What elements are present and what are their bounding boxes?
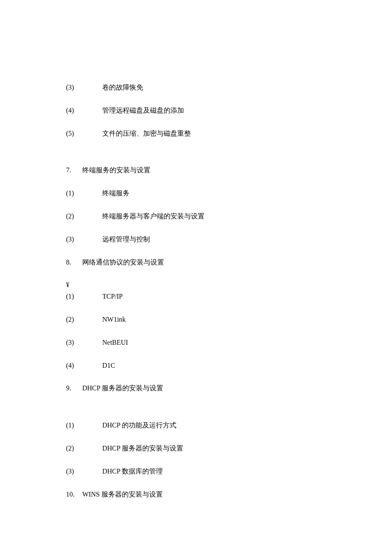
sub-item: (2)终端服务器与客户端的安装与设置 [66, 212, 341, 221]
sub-item: (3)远程管理与控制 [66, 235, 341, 244]
sub-item-text: DHCP 数据库的管理 [102, 467, 341, 476]
heading-text: WINS 服务器的安装与设置 [82, 490, 341, 499]
sub-item-number: (3) [66, 338, 102, 347]
heading-text: DHCP 服务器的安装与设置 [82, 384, 341, 393]
sub-item-text: NW1ink [102, 315, 341, 324]
heading-number: 8. [66, 258, 82, 267]
heading-number: 7. [66, 166, 82, 175]
sub-item-number: (2) [66, 212, 102, 221]
sub-item-text: 远程管理与控制 [102, 235, 341, 244]
heading-number: 9. [66, 384, 82, 393]
sub-item-text: 管理远程磁盘及磁盘的添加 [102, 106, 341, 115]
sub-item: (4)D1C [66, 361, 341, 370]
sub-item: (3)NetBEUI [66, 338, 341, 347]
document-page: (3)卷的故障恢免(4)管理远程磁盘及磁盘的添加(5)文件的压缩、加密与磁盘重整… [0, 0, 392, 499]
sub-item: (5)文件的压缩、加密与磁盘重整 [66, 129, 341, 138]
sub-item-number: (4) [66, 106, 102, 115]
sub-item: (1)DHCP 的功能及运行方式 [66, 421, 341, 430]
sub-item-number: (5) [66, 129, 102, 138]
sub-item-text: 文件的压缩、加密与磁盘重整 [102, 129, 341, 138]
sub-item-number: (3) [66, 235, 102, 244]
stray-character: ¥ [66, 281, 341, 290]
sub-item-number: (3) [66, 83, 102, 92]
sub-item-text: D1C [102, 361, 341, 370]
sub-item-text: 终端服务器与客户端的安装与设置 [102, 212, 341, 221]
heading-text: 网络通信协议的安装与设置 [82, 258, 341, 267]
sub-item-number: (2) [66, 444, 102, 453]
section-heading: 8.网络通信协议的安装与设置 [66, 258, 341, 267]
sub-item: (2)NW1ink [66, 315, 341, 324]
section-heading: 10.WINS 服务器的安装与设置 [66, 490, 341, 499]
sub-item-number: (4) [66, 361, 102, 370]
sub-item-text: 终端服务 [102, 189, 341, 198]
section-heading: 9.DHCP 服务器的安装与设置 [66, 384, 341, 393]
sub-item: (4)管理远程磁盘及磁盘的添加 [66, 106, 341, 115]
sub-item-number: (1) [66, 292, 102, 301]
heading-text: 终端服务的安装与设置 [82, 166, 341, 175]
sub-item-text: NetBEUI [102, 338, 341, 347]
sub-item: (3)DHCP 数据库的管理 [66, 467, 341, 476]
sub-item-text: DHCP 服务器的安装与设置 [102, 444, 341, 453]
sub-item-text: DHCP 的功能及运行方式 [102, 421, 341, 430]
sub-item: (2)DHCP 服务器的安装与设置 [66, 444, 341, 453]
sub-item-number: (3) [66, 467, 102, 476]
sub-item: (1)终端服务 [66, 189, 341, 198]
heading-number: 10. [66, 490, 82, 499]
sub-item-number: (1) [66, 189, 102, 198]
sub-item-number: (2) [66, 315, 102, 324]
sub-item-number: (1) [66, 421, 102, 430]
section-heading: 7.终端服务的安装与设置 [66, 166, 341, 175]
sub-item-text: TCP/IP [102, 292, 341, 301]
sub-item: (3)卷的故障恢免 [66, 83, 341, 92]
sub-item: (1)TCP/IP [66, 292, 341, 301]
sub-item-text: 卷的故障恢免 [102, 83, 341, 92]
